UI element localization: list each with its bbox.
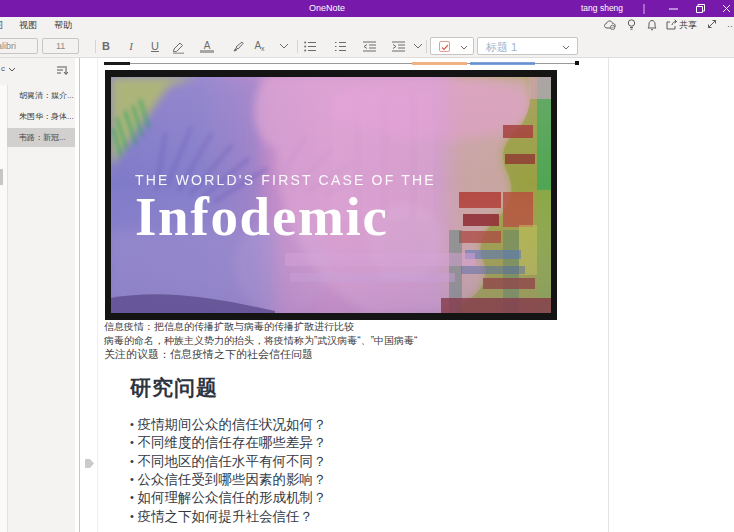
- svg-text:Infodemic: Infodemic: [135, 186, 389, 247]
